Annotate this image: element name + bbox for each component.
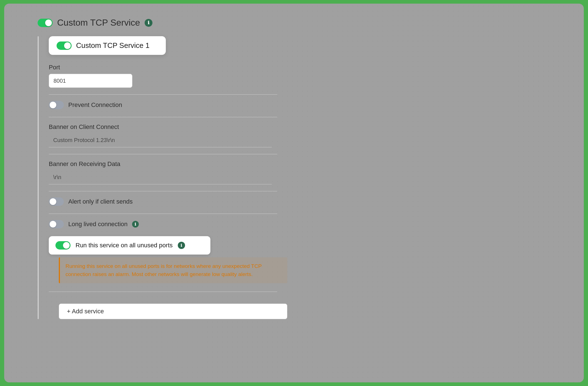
long-lived-toggle[interactable]: [49, 220, 64, 228]
main-service-toggle[interactable]: [38, 19, 53, 27]
divider-5: [49, 214, 277, 214]
service-name: Custom TCP Service 1: [76, 41, 149, 50]
header-row: Custom TCP Service ℹ: [38, 18, 584, 28]
outer-container: Custom TCP Service ℹ Custom TCP Service …: [0, 0, 588, 386]
run-all-ports-label: Run this service on all unused ports: [76, 242, 173, 249]
divider-2: [49, 117, 277, 117]
form-content: Custom TCP Service 1 Port Prevent Connec…: [49, 36, 287, 319]
alert-only-row: Alert only if client sends: [49, 197, 287, 206]
run-all-ports-info-icon[interactable]: ℹ: [178, 242, 185, 249]
run-all-ports-container: Run this service on all unused ports ℹ R…: [49, 236, 287, 283]
alert-only-toggle[interactable]: [49, 197, 64, 206]
banner-client-connect-input[interactable]: [49, 133, 272, 147]
add-service-button[interactable]: + Add service: [59, 304, 287, 319]
banner-receiving-data-label: Banner on Receiving Data: [49, 160, 287, 168]
add-service-label: + Add service: [67, 308, 104, 315]
divider-4: [49, 191, 277, 191]
banner-receiving-data-input[interactable]: [49, 170, 272, 184]
service-section: Custom TCP Service 1 Port Prevent Connec…: [38, 36, 584, 319]
alert-only-label: Alert only if client sends: [68, 198, 133, 205]
prevent-connection-row: Prevent Connection: [49, 101, 287, 109]
long-lived-label: Long lived connection: [68, 221, 128, 228]
port-input[interactable]: [49, 74, 132, 88]
banner-client-connect-label: Banner on Client Connect: [49, 123, 287, 131]
header-info-icon[interactable]: ℹ: [145, 19, 152, 27]
service-header-card: Custom TCP Service 1: [49, 36, 166, 55]
service-toggle[interactable]: [57, 41, 72, 50]
banner-receiving-data-container: Banner on Receiving Data: [49, 160, 287, 184]
main-container: Custom TCP Service ℹ Custom TCP Service …: [4, 4, 584, 319]
long-lived-row: Long lived connection ℹ: [49, 220, 287, 228]
divider-3: [49, 154, 277, 154]
main-panel: Custom TCP Service ℹ Custom TCP Service …: [4, 4, 584, 382]
vertical-divider: [38, 36, 39, 319]
page-title: Custom TCP Service: [57, 18, 140, 28]
port-label: Port: [49, 64, 287, 71]
warning-box: Running this service on all unused ports…: [59, 257, 287, 283]
prevent-connection-label: Prevent Connection: [68, 101, 122, 109]
divider-6: [49, 292, 277, 292]
run-all-ports-card: Run this service on all unused ports ℹ: [49, 236, 210, 255]
long-lived-info-icon[interactable]: ℹ: [132, 221, 139, 228]
warning-text: Running this service on all unused ports…: [65, 262, 282, 278]
banner-client-connect-container: Banner on Client Connect: [49, 123, 287, 147]
prevent-connection-toggle[interactable]: [49, 101, 64, 109]
run-all-ports-toggle[interactable]: [55, 241, 71, 250]
divider-1: [49, 94, 277, 95]
port-field-container: Port: [49, 64, 287, 88]
